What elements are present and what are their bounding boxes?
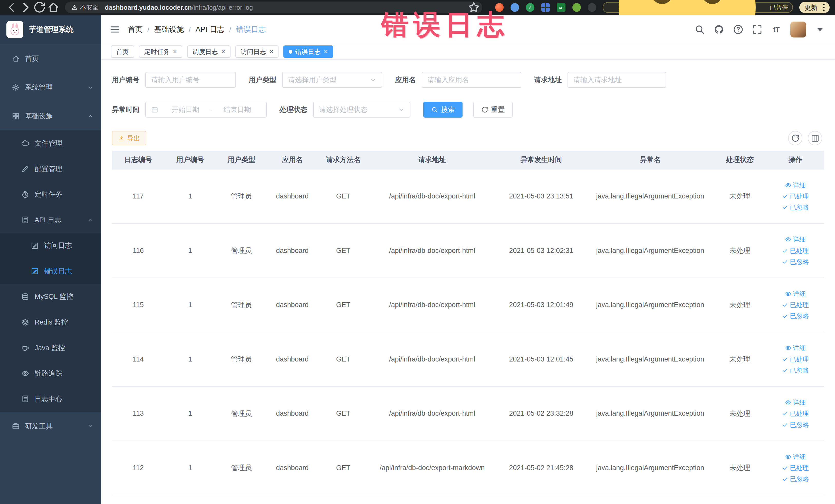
mark-ignored-link[interactable]: 已忽略: [782, 203, 809, 211]
table-body: 117 1 管理员 dashboard GET /api/infra/db-do…: [112, 169, 824, 496]
app-header: 首页/基础设施/API 日志/错误日志 tT: [101, 15, 835, 44]
database-icon: [21, 293, 29, 301]
view-tab[interactable]: 定时任务 ×: [139, 45, 182, 58]
edit-square-icon: [31, 267, 39, 275]
sidebar-item-mysql-monitor[interactable]: MySQL 监控: [0, 284, 101, 310]
font-size-icon[interactable]: tT: [771, 24, 781, 35]
table-header: 日志编号用户编号用户类型应用名请求方法名请求地址异常发生时间异常名处理状态操作: [112, 151, 824, 169]
browser-home-icon[interactable]: [47, 1, 60, 14]
bookmark-star-icon[interactable]: [467, 1, 480, 14]
sidebar-item-access-logs[interactable]: 访问日志: [0, 233, 101, 259]
detail-link[interactable]: 详细: [785, 235, 806, 244]
check-icon: [782, 247, 788, 254]
address-bar[interactable]: 不安全 dashboard.yudao.iocoder.cn/infra/log…: [65, 2, 482, 13]
mark-ignored-link[interactable]: 已忽略: [782, 366, 809, 375]
sidebar-item-infrastructure[interactable]: 基础设施: [0, 102, 101, 130]
exception-time-range[interactable]: 开始日期 - 结束日期: [145, 102, 267, 118]
sidebar-item-tracing[interactable]: 链路追踪: [0, 361, 101, 386]
sidebar-item-log-center[interactable]: 日志中心: [0, 386, 101, 412]
reload-icon[interactable]: [33, 1, 46, 14]
cell-user-id: 1: [165, 409, 216, 418]
forward-icon[interactable]: [19, 1, 32, 14]
detail-link[interactable]: 详细: [785, 398, 806, 407]
search-button[interactable]: 搜索: [423, 102, 463, 118]
view-tab[interactable]: 首页: [111, 45, 134, 58]
close-icon[interactable]: ×: [173, 48, 177, 55]
mark-processed-link[interactable]: 已处理: [782, 246, 809, 255]
avatar[interactable]: [790, 22, 806, 38]
export-button[interactable]: 导出: [112, 131, 147, 145]
extension-icon[interactable]: [526, 3, 534, 12]
sidebar-item-scheduled-tasks[interactable]: 定时任务: [0, 182, 101, 207]
extension-icon[interactable]: [511, 3, 519, 12]
sidebar-item-home[interactable]: 首页: [0, 44, 101, 73]
mark-processed-link[interactable]: 已处理: [782, 464, 809, 472]
back-icon[interactable]: [5, 1, 18, 14]
extension-icon[interactable]: [495, 3, 504, 12]
paused-label: 已暂停: [770, 3, 788, 12]
user-type-select[interactable]: 请选择用户类型: [282, 72, 382, 88]
sidebar-item-file-management[interactable]: 文件管理: [0, 130, 101, 156]
sidebar-item-label: 错误日志: [44, 266, 94, 276]
sidebar-item-java-monitor[interactable]: Java 监控: [0, 335, 101, 361]
extension-icon[interactable]: [572, 3, 581, 12]
security-chip[interactable]: 不安全: [72, 3, 99, 12]
mark-ignored-link[interactable]: 已忽略: [782, 475, 809, 483]
mark-processed-link[interactable]: 已处理: [782, 192, 809, 201]
user-id-input[interactable]: 请输入用户编号: [145, 72, 236, 88]
view-tab[interactable]: 访问日志 ×: [236, 45, 279, 58]
cell-exception-time: 2021-05-02 21:45:28: [496, 464, 587, 472]
detail-link[interactable]: 详细: [785, 452, 806, 461]
update-button[interactable]: 更新: [799, 2, 830, 13]
app-name-input[interactable]: 请输入应用名: [422, 72, 521, 88]
mark-processed-link[interactable]: 已处理: [782, 301, 809, 309]
paused-badge[interactable]: 已暂停: [603, 2, 793, 13]
sidebar-item-redis-monitor[interactable]: Redis 监控: [0, 309, 101, 335]
sidebar-item-dev-tools[interactable]: 研发工具: [0, 412, 101, 441]
sidebar-item-label: 研发工具: [25, 422, 87, 431]
extension-icon[interactable]: [557, 3, 565, 12]
hamburger-icon[interactable]: [109, 24, 120, 35]
sidebar-item-label: Java 监控: [35, 343, 94, 352]
search-icon[interactable]: [694, 24, 705, 35]
reset-button[interactable]: 重置: [473, 102, 513, 118]
sidebar-item-api-logs[interactable]: API 日志: [0, 207, 101, 233]
cell-request-url: /api/infra/db-doc/export-html: [369, 247, 495, 255]
filter-label-user-id: 用户编号: [112, 75, 140, 84]
extension-icon[interactable]: [588, 3, 596, 12]
mark-ignored-link[interactable]: 已忽略: [782, 258, 809, 266]
view-tab[interactable]: 调度日志 ×: [187, 45, 230, 58]
mark-ignored-link[interactable]: 已忽略: [782, 421, 809, 429]
mark-processed-link[interactable]: 已处理: [782, 355, 809, 364]
sidebar-item-config-management[interactable]: 配置管理: [0, 156, 101, 182]
filter-label-app-name: 应用名: [395, 75, 416, 84]
menu-dots-icon[interactable]: [819, 1, 829, 14]
close-icon[interactable]: ×: [221, 48, 225, 55]
mark-ignored-link[interactable]: 已忽略: [782, 312, 809, 320]
sidebar-item-system-management[interactable]: 系统管理: [0, 73, 101, 102]
breadcrumb-item[interactable]: 基础设施: [154, 24, 184, 35]
breadcrumb-item[interactable]: 首页: [128, 24, 143, 35]
browser-toolbar: 不安全 dashboard.yudao.iocoder.cn/infra/log…: [0, 0, 835, 15]
fullscreen-icon[interactable]: [752, 24, 762, 35]
sidebar-item-label: 定时任务: [35, 190, 94, 199]
request-url-input[interactable]: 请输入请求地址: [568, 72, 666, 88]
refresh-button[interactable]: [788, 131, 802, 145]
cell-log-id: 114: [112, 355, 165, 363]
cell-status: 未处理: [714, 246, 767, 255]
view-tab[interactable]: 错误日志 ×: [283, 45, 333, 58]
detail-link[interactable]: 详细: [785, 181, 806, 189]
process-status-select[interactable]: 请选择处理状态: [313, 102, 411, 118]
mark-processed-link[interactable]: 已处理: [782, 409, 809, 418]
caret-down-icon[interactable]: [815, 24, 825, 35]
breadcrumb-item[interactable]: API 日志: [196, 24, 225, 35]
detail-link[interactable]: 详细: [785, 289, 806, 298]
close-icon[interactable]: ×: [324, 48, 328, 55]
detail-link[interactable]: 详细: [785, 344, 806, 352]
extension-icon[interactable]: [541, 3, 550, 12]
help-icon[interactable]: [733, 24, 744, 35]
close-icon[interactable]: ×: [269, 48, 273, 55]
column-settings-button[interactable]: [808, 131, 822, 145]
sidebar-item-error-logs[interactable]: 错误日志: [0, 258, 101, 284]
github-icon[interactable]: [714, 24, 724, 35]
